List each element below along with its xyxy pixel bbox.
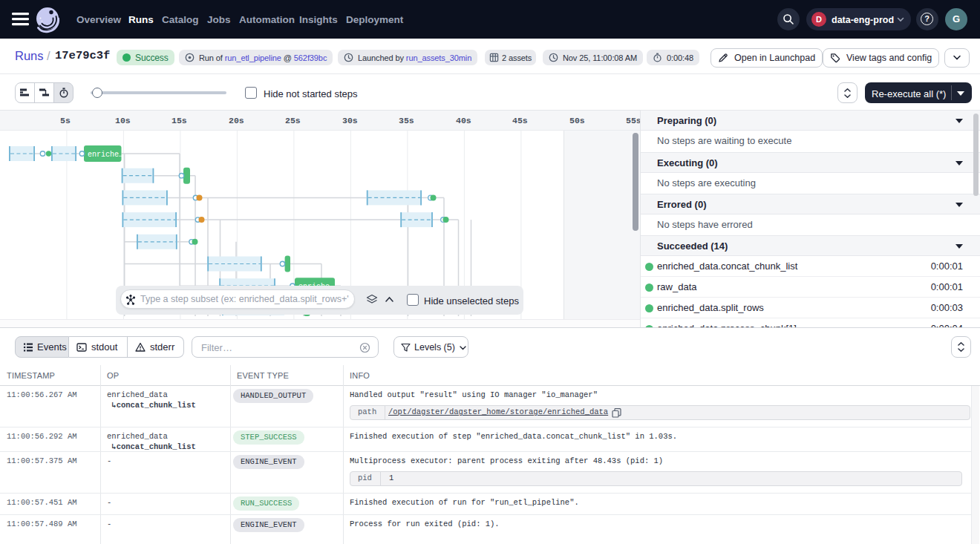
svg-text:enriche…: enriche… xyxy=(88,151,123,159)
